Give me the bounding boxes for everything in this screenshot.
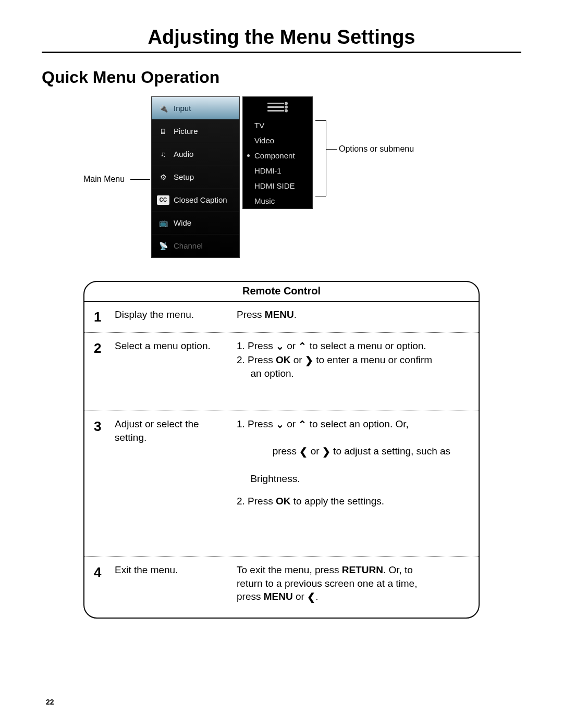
tv-menu-label: Audio: [174, 150, 193, 158]
text: Brightness.: [237, 472, 467, 486]
tv-submenu-item[interactable]: Component: [243, 148, 312, 163]
svg-rect-2: [267, 106, 284, 108]
submenu-label: Video: [254, 136, 274, 145]
text: or: [293, 591, 307, 602]
tv-menu-item-wide[interactable]: 📺 Wide: [152, 212, 239, 235]
step-action: Exit the menu.: [115, 563, 237, 604]
step-remote: 1. Press ⌄ or ⌃ to select a menu or opti…: [237, 339, 467, 404]
callout-line: [326, 120, 326, 196]
channel-icon: 📡: [157, 241, 169, 251]
button-name: RETURN: [342, 564, 383, 575]
callout-line: [315, 120, 326, 121]
text: to select a menu or option.: [307, 340, 426, 351]
cc-icon: CC: [157, 195, 169, 205]
svg-rect-4: [267, 110, 284, 112]
callout-line: [315, 196, 326, 196]
text: or: [284, 340, 298, 351]
tv-menu-label: Setup: [174, 172, 194, 181]
tv-menu-item-audio[interactable]: ♫ Audio: [152, 143, 239, 166]
text: or: [284, 418, 298, 429]
step-number: 3: [90, 417, 115, 550]
tv-menu-item-picture[interactable]: 🖥 Picture: [152, 120, 239, 143]
text: to apply the settings.: [290, 496, 384, 507]
tv-submenu-item[interactable]: HDMI-1: [243, 163, 312, 178]
svg-rect-0: [267, 103, 284, 104]
table-row: 1 Display the menu. Press MENU.: [84, 302, 479, 333]
text: return to a previous screen one at a tim…: [237, 577, 467, 590]
text: .: [315, 591, 318, 602]
text: .: [294, 309, 297, 320]
chevron-down-icon: ⌄: [276, 340, 284, 353]
tv-submenu-item[interactable]: HDMI SIDE: [243, 178, 312, 193]
tv-menu-item-setup[interactable]: ⚙ Setup: [152, 166, 239, 189]
callout-line: [326, 149, 337, 150]
tv-menu-label: Picture: [174, 127, 198, 135]
tv-menu-item-cc[interactable]: CC Closed Caption: [152, 189, 239, 212]
tv-submenu-item[interactable]: Video: [243, 133, 312, 148]
table-row: 3 Adjust or select the setting. 1. Press…: [84, 411, 479, 557]
tv-menu-item-input[interactable]: 🔌 Input: [152, 97, 239, 120]
chevron-up-icon: ⌃: [298, 340, 307, 353]
step-number: 4: [90, 563, 115, 604]
text: To exit the menu, press: [237, 564, 342, 575]
chevron-right-icon: ❯: [305, 354, 313, 367]
av-jacks-icon: [243, 97, 312, 118]
button-name: OK: [276, 354, 291, 365]
submenu-label: HDMI-1: [254, 166, 282, 175]
callout-main-menu: Main Menu: [83, 175, 125, 184]
tv-menu-item-channel[interactable]: 📡 Channel: [152, 235, 239, 257]
submenu-label: TV: [254, 121, 264, 130]
text: 2. Press: [237, 496, 276, 507]
tv-menu-label: Closed Caption: [174, 195, 227, 204]
remote-control-table: Remote Control 1 Display the menu. Press…: [83, 281, 480, 619]
svg-point-3: [285, 106, 288, 109]
tv-submenu-item[interactable]: Music: [243, 193, 312, 208]
text: Press: [237, 309, 265, 320]
step-number: 1: [90, 308, 115, 326]
step-action: Adjust or select the setting.: [115, 417, 237, 550]
tv-main-menu: 🔌 Input 🖥 Picture ♫ Audio ⚙ Setup CC Clo…: [151, 96, 240, 258]
tv-submenu-item[interactable]: TV: [243, 118, 312, 133]
chevron-up-icon: ⌃: [298, 418, 307, 431]
chevron-down-icon: ⌄: [276, 418, 284, 431]
tv-sub-menu: TV Video Component HDMI-1 HDMI SIDE Musi…: [242, 96, 313, 209]
text: to select an option. Or,: [307, 418, 408, 429]
chevron-left-icon: ❮: [299, 445, 308, 459]
button-name: MENU: [265, 309, 294, 320]
text: press: [237, 591, 264, 602]
tv-menu-label: Input: [174, 104, 191, 113]
text: to enter a menu or confirm: [313, 354, 432, 365]
picture-icon: 🖥: [157, 127, 169, 136]
page-number: 22: [46, 698, 54, 706]
submenu-label: HDMI SIDE: [254, 181, 295, 190]
text: 1. Press: [237, 340, 276, 351]
svg-point-1: [285, 102, 288, 105]
input-icon: 🔌: [157, 104, 169, 113]
step-action: Select a menu option.: [115, 339, 237, 404]
button-name: OK: [276, 496, 291, 507]
submenu-label: Music: [254, 196, 275, 205]
table-row: 4 Exit the menu. To exit the menu, press…: [84, 557, 479, 618]
page-title: Adjusting the Menu Settings: [42, 26, 521, 53]
step-remote: To exit the menu, press RETURN. Or, to r…: [237, 563, 467, 604]
text: or: [308, 446, 322, 456]
text: 2. Press: [237, 354, 276, 365]
chevron-right-icon: ❯: [322, 445, 331, 459]
chevron-left-icon: ❮: [307, 590, 315, 604]
step-remote: Press MENU.: [237, 308, 467, 326]
submenu-label: Component: [254, 151, 295, 160]
setup-icon: ⚙: [157, 172, 169, 182]
callout-submenu: Options or submenu: [339, 144, 414, 154]
text: an option.: [237, 367, 467, 380]
step-remote: 1. Press ⌄ or ⌃ to select an option. Or,…: [237, 417, 467, 550]
wide-icon: 📺: [157, 218, 169, 228]
table-header: Remote Control: [84, 282, 479, 302]
table-row: 2 Select a menu option. 1. Press ⌄ or ⌃ …: [84, 333, 479, 411]
text: . Or, to: [383, 564, 413, 575]
text: 1. Press: [237, 418, 276, 429]
tv-menu-label: Channel: [174, 241, 203, 250]
section-title: Quick Menu Operation: [42, 68, 521, 87]
audio-icon: ♫: [157, 150, 169, 159]
step-action: Display the menu.: [115, 308, 237, 326]
callout-line: [130, 179, 150, 180]
